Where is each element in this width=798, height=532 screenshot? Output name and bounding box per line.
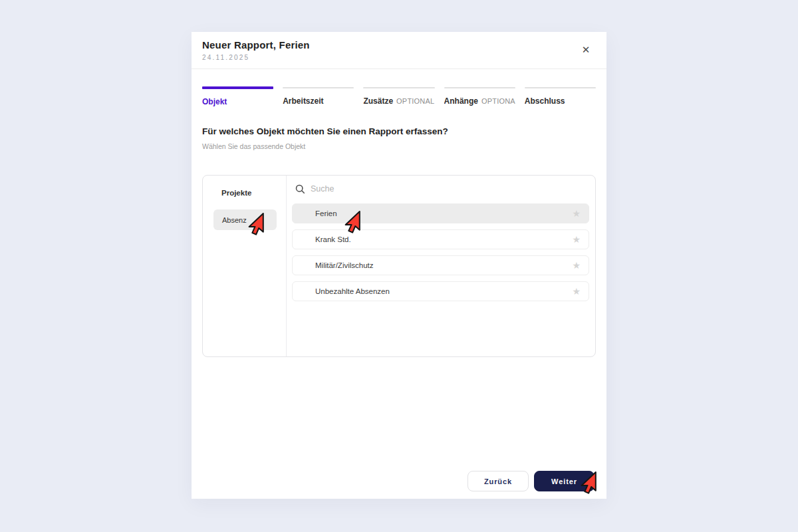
favorite-star-icon[interactable]: ★ [572, 261, 581, 270]
step-progress-bar [202, 86, 273, 89]
category-label: Absenz [222, 216, 247, 224]
object-item-unbezahlte-absenzen[interactable]: Unbezahlte Absenzen ★ [292, 281, 589, 301]
step-optional-badge: OPTIONAL [481, 97, 515, 105]
question-title: Für welches Objekt möchten Sie einen Rap… [202, 126, 596, 136]
step-progress-bar [283, 87, 354, 88]
favorite-star-icon[interactable]: ★ [572, 287, 581, 296]
step-label: Anhänge [444, 96, 478, 106]
step-label: Objekt [202, 97, 227, 106]
object-item-militaer-zivilschutz[interactable]: Militär/Zivilschutz ★ [292, 255, 589, 275]
search-bar [292, 176, 589, 202]
step-label: Arbeitszeit [283, 96, 323, 106]
object-item-label: Militär/Zivilschutz [315, 261, 374, 269]
object-item-krank-std[interactable]: Krank Std. ★ [292, 229, 589, 249]
step-anhaenge[interactable]: AnhängeOPTIONAL [444, 86, 515, 106]
next-button-label: Weiter [551, 477, 577, 485]
step-label: Abschluss [525, 96, 565, 106]
back-button[interactable]: Zurück [467, 471, 529, 491]
step-abschluss[interactable]: Abschluss [525, 86, 596, 106]
category-sidebar: Projekte Absenz [203, 176, 287, 356]
modal-date: 24.11.2025 [202, 54, 596, 61]
object-item-label: Unbezahlte Absenzen [315, 287, 390, 295]
stepper: Objekt Arbeitszeit ZusätzeOPTIONAL Anhän… [202, 86, 596, 106]
object-item-label: Ferien [315, 209, 337, 217]
close-icon: ✕ [582, 44, 591, 56]
next-button[interactable]: Weiter [534, 471, 595, 491]
step-progress-bar [525, 87, 596, 88]
step-progress-bar [444, 87, 515, 88]
step-objekt[interactable]: Objekt [202, 86, 273, 106]
new-report-modal: Neuer Rapport, Ferien 24.11.2025 ✕ Objek… [192, 32, 606, 499]
search-input[interactable] [311, 184, 589, 194]
modal-title: Neuer Rapport, Ferien [202, 39, 596, 51]
object-item-ferien[interactable]: Ferien ★ [292, 203, 589, 223]
question-subtitle: Wählen Sie das passende Objekt [202, 142, 596, 150]
step-zusaetze[interactable]: ZusätzeOPTIONAL [363, 86, 434, 106]
category-item-absenz[interactable]: Absenz [213, 209, 277, 230]
back-button-label: Zurück [484, 477, 512, 485]
step-arbeitszeit[interactable]: Arbeitszeit [283, 86, 354, 106]
close-button[interactable]: ✕ [579, 43, 593, 57]
category-header: Projekte [203, 189, 286, 197]
object-list: Ferien ★ Krank Std. ★ Militär/Zivilschut… [292, 203, 589, 301]
object-list-area: Ferien ★ Krank Std. ★ Militär/Zivilschut… [287, 176, 595, 356]
search-icon [295, 184, 305, 194]
favorite-star-icon[interactable]: ★ [572, 235, 581, 244]
step-optional-badge: OPTIONAL [396, 97, 434, 105]
favorite-star-icon[interactable]: ★ [572, 209, 581, 218]
object-item-label: Krank Std. [315, 235, 351, 243]
modal-header: Neuer Rapport, Ferien 24.11.2025 ✕ [192, 32, 606, 69]
step-label: Zusätze [363, 96, 393, 106]
object-picker-panel: Projekte Absenz Ferien ★ [202, 175, 596, 357]
step-progress-bar [363, 87, 434, 88]
